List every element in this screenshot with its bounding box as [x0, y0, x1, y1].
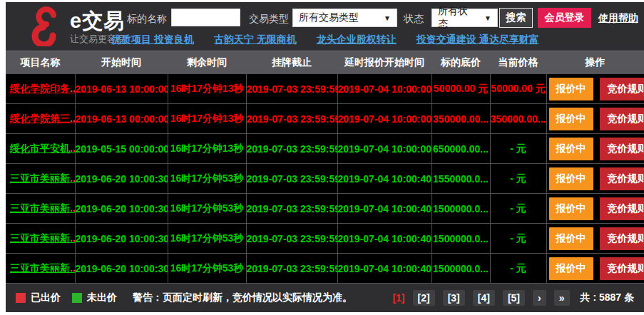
bid-rules-button[interactable]: 竞价规则	[600, 167, 644, 190]
start-time-cell: 2019-06-13 00:00:00	[75, 104, 168, 134]
remaining-time-cell: 16时17分钟13秒	[168, 134, 246, 164]
promo-link-2[interactable]: 古韵天宁 无限商机	[214, 33, 297, 46]
remaining-time-cell: 16时17分钟53秒	[168, 164, 246, 194]
remaining-time-cell: 16时17分钟53秒	[168, 224, 246, 254]
delayed-bid-start-cell: 2019-07-04 10:00:00	[337, 134, 431, 164]
bidding-status-button[interactable]: 报价中	[549, 108, 593, 130]
current-price-cell: - 元	[490, 194, 546, 224]
listing-deadline-cell: 2019-07-03 23:59:59	[246, 254, 337, 284]
current-price-cell: - 元	[490, 254, 546, 284]
status-label: 状态	[404, 13, 424, 26]
page-link[interactable]: [2]	[413, 290, 435, 306]
pagination: [1][2][3][4][5]›»共 : 5887 条	[392, 290, 634, 306]
bidding-status-button[interactable]: 报价中	[549, 78, 593, 100]
start-time-cell: 2019-06-20 10:00:30	[75, 194, 168, 224]
member-login-button[interactable]: 会员登录	[538, 8, 591, 28]
next-page-button[interactable]: ›	[533, 290, 546, 306]
table-row: 三亚市美丽新... 2019-06-20 10:00:30 16时17分钟53秒…	[6, 254, 644, 284]
status-value: 所有状态	[438, 5, 477, 31]
header: e交易 让交易更容易 标的名称 交易类型 所有交易类型 ▼ 状态 所有状态 ▼ …	[6, 2, 644, 51]
trade-type-select[interactable]: 所有交易类型 ▼	[292, 9, 397, 27]
bid-rules-button[interactable]: 竞价规则	[600, 197, 644, 220]
subject-name-label: 标的名称	[127, 13, 167, 26]
bidding-status-button[interactable]: 报价中	[549, 197, 593, 220]
table-row: 三亚市美丽新... 2019-06-20 10:00:30 16时17分钟53秒…	[6, 164, 644, 194]
project-name-link[interactable]: 绥化学院印务...	[10, 83, 75, 94]
col-base-price: 标的底价	[431, 51, 490, 74]
chevron-down-icon: ▼	[377, 14, 391, 22]
table-body: 绥化学院印务... 2019-06-13 10:00:00 16时17分钟13秒…	[6, 74, 644, 284]
promo-links: 优质项目 投资良机古韵天宁 无限商机龙头企业股权转让投资交通建设 通达尽享财富	[111, 33, 539, 46]
logo-swirl-icon	[31, 6, 66, 49]
project-name-link[interactable]: 三亚市美丽新...	[10, 232, 75, 244]
subject-name-input[interactable]	[171, 9, 240, 26]
bid-rules-button[interactable]: 竞价规则	[600, 227, 644, 250]
project-name-link[interactable]: 绥化学院第三...	[10, 113, 75, 124]
listing-deadline-cell: 2019-07-03 23:59:59	[246, 164, 337, 194]
actions-cell: 报价中 竞价规则	[546, 134, 644, 164]
table-row: 绥化学院印务... 2019-06-13 10:00:00 16时17分钟13秒…	[6, 74, 644, 104]
no-bid-color-swatch-icon	[72, 293, 82, 303]
col-listing-deadline: 挂牌截止	[246, 51, 337, 74]
bidding-status-button[interactable]: 报价中	[549, 227, 593, 250]
page-link[interactable]: [3]	[443, 290, 465, 306]
table-header: 项目名称 开始时间 剩余时间 挂牌截止 延时报价开始时间 标的底价 当前价格 操…	[6, 51, 644, 74]
bidding-status-button[interactable]: 报价中	[549, 257, 593, 280]
promo-link-3[interactable]: 龙头企业股权转让	[317, 33, 397, 46]
col-remaining-time: 剩余时间	[168, 51, 246, 74]
page-link[interactable]: [4]	[473, 290, 495, 306]
trade-type-value: 所有交易类型	[299, 11, 359, 24]
listing-deadline-cell: 2019-07-03 23:59:59	[246, 194, 337, 224]
refresh-warning-text: 警告：页面定时刷新，竞价情况以实际情况为准。	[133, 291, 352, 304]
remaining-time-cell: 16时17分钟53秒	[168, 254, 246, 284]
remaining-time-cell: 16时17分钟13秒	[168, 104, 246, 134]
col-delayed-bid-start: 延时报价开始时间	[337, 51, 431, 74]
project-name-link[interactable]: 三亚市美丽新...	[10, 202, 75, 214]
project-name-link[interactable]: 三亚市美丽新...	[10, 172, 75, 184]
promo-link-1[interactable]: 优质项目 投资良机	[111, 33, 194, 46]
status-select[interactable]: 所有状态 ▼	[431, 9, 498, 27]
page-link[interactable]: [5]	[503, 290, 525, 306]
start-time-cell: 2019-06-20 10:00:30	[75, 164, 168, 194]
bidding-status-button[interactable]: 报价中	[549, 167, 593, 190]
table-row: 三亚市美丽新... 2019-06-20 10:00:30 16时17分钟53秒…	[6, 224, 644, 254]
actions-cell: 报价中 竞价规则	[546, 74, 644, 104]
bid-color-swatch-icon	[16, 293, 26, 303]
brand-title: e交易	[70, 10, 126, 31]
trading-page: e交易 让交易更容易 标的名称 交易类型 所有交易类型 ▼ 状态 所有状态 ▼ …	[6, 2, 644, 312]
bidding-status-button[interactable]: 报价中	[549, 138, 593, 160]
listings-table: 项目名称 开始时间 剩余时间 挂牌截止 延时报价开始时间 标的底价 当前价格 操…	[6, 51, 644, 284]
bid-rules-button[interactable]: 竞价规则	[600, 257, 644, 280]
footer: 已出价 未出价 警告：页面定时刷新，竞价情况以实际情况为准。 [1][2][3]…	[6, 284, 644, 311]
listing-deadline-cell: 2019-07-03 23:59:59	[246, 134, 337, 164]
bid-rules-button[interactable]: 竞价规则	[600, 108, 644, 130]
listing-deadline-cell: 2019-07-03 23:59:59	[246, 224, 337, 254]
promo-link-4[interactable]: 投资交通建设 通达尽享财富	[416, 33, 539, 46]
page-link-current[interactable]: [1]	[392, 292, 404, 304]
listing-deadline-cell: 2019-07-03 23:59:59	[246, 104, 337, 134]
bid-rules-button[interactable]: 竞价规则	[600, 138, 644, 160]
delayed-bid-start-cell: 2019-07-04 10:00:00	[337, 74, 431, 104]
actions-cell: 报价中 竞价规则	[546, 254, 644, 284]
help-link[interactable]: 使用帮助	[598, 12, 638, 25]
table-row: 绥化市平安机... 2019-05-15 00:00:00 16时17分钟13秒…	[6, 134, 644, 164]
base-price-cell: 650000.00...	[431, 134, 490, 164]
legend-bid: 已出价	[16, 291, 61, 304]
delayed-bid-start-cell: 2019-07-04 10:00:40	[337, 254, 431, 284]
legend-no-bid-label: 未出价	[87, 291, 117, 304]
search-button[interactable]: 搜索	[499, 8, 533, 28]
bid-rules-button[interactable]: 竞价规则	[600, 78, 644, 100]
remaining-time-cell: 16时17分钟53秒	[168, 194, 246, 224]
base-price-cell: 1500000.0...	[431, 254, 490, 284]
base-price-cell: 1500000.0...	[431, 194, 490, 224]
total-count: 共 : 5887 条	[581, 291, 634, 304]
project-name-link[interactable]: 三亚市美丽新...	[10, 262, 75, 274]
delayed-bid-start-cell: 2019-07-04 10:00:40	[337, 194, 431, 224]
last-page-button[interactable]: »	[554, 290, 570, 306]
actions-cell: 报价中 竞价规则	[546, 164, 644, 194]
actions-cell: 报价中 竞价规则	[546, 194, 644, 224]
project-name-link[interactable]: 绥化市平安机...	[10, 143, 75, 154]
actions-cell: 报价中 竞价规则	[546, 224, 644, 254]
start-time-cell: 2019-06-13 10:00:00	[75, 74, 168, 104]
col-actions: 操作	[546, 51, 644, 74]
